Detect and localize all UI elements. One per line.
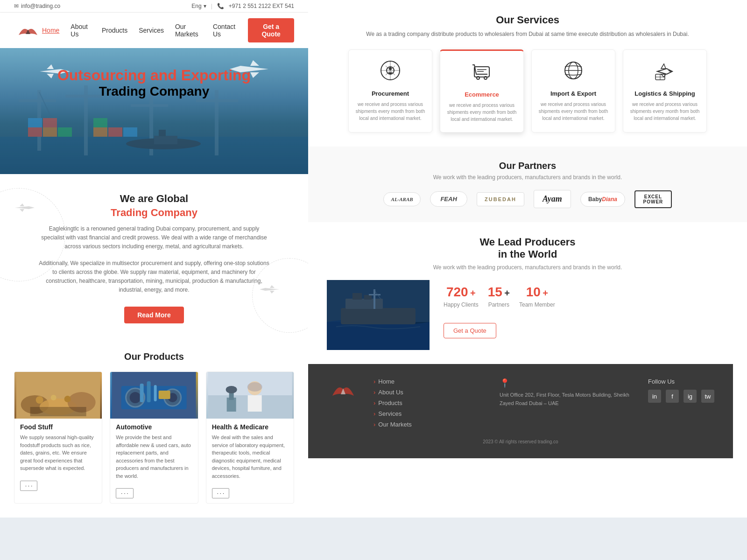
product-health-name: Health & Medicare: [212, 423, 288, 431]
global-title1: We are Global: [37, 193, 271, 205]
products-section: Our Products: [0, 342, 308, 518]
product-health-desc: We deal with the sales and service of la…: [212, 434, 288, 480]
footer-link-services[interactable]: › Services: [374, 410, 486, 417]
footer-logo: [327, 378, 359, 403]
footer-social-title: Follow Us: [648, 378, 714, 385]
svg-rect-64: [369, 294, 381, 295]
svg-rect-9: [196, 99, 238, 102]
services-grid: Procurement we receive and process vario…: [327, 49, 728, 133]
footer-link-home[interactable]: › Home: [374, 378, 486, 385]
product-auto-name: Automotive: [116, 423, 192, 431]
service-ecommerce-name: Ecommerce: [446, 91, 518, 98]
svg-rect-13: [28, 118, 42, 127]
producers-get-quote-button[interactable]: Get a Quote: [444, 323, 496, 338]
svg-rect-38: [154, 385, 157, 401]
nav-contact[interactable]: Contact Us: [213, 23, 237, 38]
global-desc2: Additionally, We specialize in multisect…: [37, 259, 271, 295]
arrow-icon: ›: [374, 410, 375, 417]
svg-rect-21: [159, 130, 166, 136]
product-health-btn[interactable]: · · ·: [212, 488, 229, 498]
product-food-btn[interactable]: · · ·: [20, 481, 37, 491]
products-grid: Food Stuff We supply seasonal high-quali…: [14, 371, 294, 504]
svg-rect-10: [28, 127, 42, 137]
service-card-procurement[interactable]: Procurement we receive and process vario…: [348, 49, 432, 133]
lang-selector[interactable]: Eng ▾: [191, 3, 206, 9]
nav-services[interactable]: Services: [139, 27, 164, 34]
facebook-icon[interactable]: f: [666, 390, 679, 403]
arrow-icon: ›: [374, 421, 375, 428]
producers-desc: We work with the leading producers, manu…: [327, 264, 728, 271]
svg-rect-62: [364, 295, 372, 300]
stat-partners-plus: +: [504, 288, 510, 298]
svg-rect-51: [474, 67, 489, 77]
partners-logos: AL-ARAB FEAH ZUBEDAH Ayam BabyDiana EXCE…: [327, 190, 728, 208]
nav-home[interactable]: Home: [42, 27, 59, 34]
service-procurement-name: Procurement: [354, 90, 426, 97]
nav-markets[interactable]: Our Markets: [175, 23, 202, 38]
services-desc: We as a trading company distribute produ…: [327, 30, 728, 38]
global-desc1: Eaglekingtlc is a renowned general tradi…: [37, 224, 271, 252]
stat-clients: 720 + Happy Clients: [444, 285, 479, 308]
svg-point-46: [226, 386, 237, 393]
svg-rect-11: [43, 127, 57, 137]
product-card-food: Food Stuff We supply seasonal high-quali…: [14, 371, 102, 504]
procurement-icon: [354, 59, 426, 85]
right-column: Our Services We as a trading company dis…: [308, 0, 747, 518]
service-card-logistics[interactable]: Logistics & Shipping we receive and proc…: [623, 49, 707, 133]
svg-rect-39: [159, 391, 170, 399]
read-more-button[interactable]: Read More: [124, 307, 184, 323]
service-card-ecommerce[interactable]: Ecommerce we receive and process various…: [440, 49, 524, 133]
service-logistics-text: we receive and process various shipments…: [629, 101, 701, 122]
product-img-food: [14, 372, 102, 419]
svg-point-27: [51, 395, 56, 400]
logo-area: [14, 21, 42, 40]
stat-partners-number: 15: [488, 285, 502, 299]
product-auto-btn[interactable]: · · ·: [116, 488, 133, 498]
service-card-import-export[interactable]: Import & Export we receive and process v…: [531, 49, 615, 133]
svg-rect-17: [123, 127, 137, 137]
topbar-email: info@trading.co: [21, 3, 60, 9]
phone-icon: 📞: [217, 3, 224, 9]
producers-img: [327, 280, 430, 350]
stats-grid: 720 + Happy Clients 15 + Partners: [444, 285, 555, 308]
product-auto-info: Automotive We provide the best and affor…: [110, 419, 197, 484]
svg-point-33: [130, 392, 141, 403]
social-icons: in f ig tw: [648, 390, 714, 403]
svg-rect-7: [131, 104, 168, 107]
svg-rect-15: [93, 127, 107, 137]
linkedin-icon[interactable]: in: [648, 390, 661, 403]
producers-section: We Lead Producersin the World We work wi…: [308, 222, 747, 364]
product-health-info: Health & Medicare We deal with the sales…: [206, 419, 294, 484]
services-section: Our Services We as a trading company dis…: [308, 0, 747, 147]
instagram-icon[interactable]: ig: [684, 390, 697, 403]
svg-point-53: [484, 77, 487, 79]
svg-rect-37: [147, 381, 151, 402]
footer-link-about[interactable]: › About Us: [374, 389, 486, 396]
stat-team-number: 10: [526, 285, 541, 299]
product-food-name: Food Stuff: [20, 423, 96, 431]
svg-rect-61: [352, 293, 362, 300]
footer-copyright: 2023 © All rights reserved trading.co: [327, 439, 714, 444]
svg-rect-63: [374, 289, 375, 309]
service-logistics-name: Logistics & Shipping: [629, 90, 701, 97]
partners-section: Our Partners We work with the leading pr…: [308, 147, 747, 222]
get-quote-button[interactable]: Get a Quote: [248, 18, 294, 42]
global-section: We are Global Trading Company Eaglekingt…: [0, 174, 308, 342]
import-export-icon: [537, 59, 609, 85]
hero-section: Outsourcing and Exporting Trading Compan…: [0, 48, 308, 174]
arrow-icon: ›: [374, 389, 375, 396]
nav-about[interactable]: About Us: [70, 23, 91, 38]
service-ecommerce-text: we receive and process various shipments…: [446, 102, 518, 123]
product-card-auto: Automotive We provide the best and affor…: [110, 371, 198, 504]
svg-rect-14: [43, 118, 57, 127]
top-bar: ✉ info@trading.co Eng ▾ | 📞 +971 2 551 2…: [0, 0, 308, 13]
ecommerce-icon: [446, 60, 518, 86]
stat-team-label: Team Member: [519, 301, 555, 308]
stat-partners-label: Partners: [488, 301, 510, 308]
location-icon: 📍: [500, 378, 634, 388]
twitter-icon[interactable]: tw: [701, 390, 714, 403]
partner-zubedah: ZUBEDAH: [477, 192, 524, 206]
footer-link-products[interactable]: › Products: [374, 399, 486, 406]
nav-products[interactable]: Products: [102, 27, 127, 34]
footer-link-markets[interactable]: › Our Markets: [374, 421, 486, 428]
